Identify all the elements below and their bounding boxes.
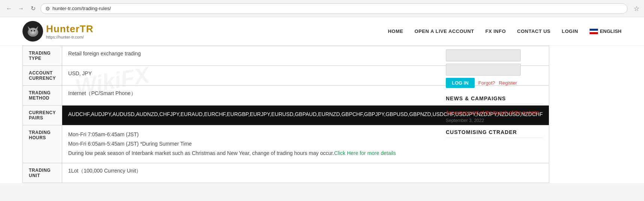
bookmark-star-icon[interactable]: ☆ [634, 4, 640, 13]
label-account-currency: ACCOUNTCURRENCY [23, 66, 62, 86]
register-link[interactable]: Register [499, 80, 517, 86]
nav-language[interactable]: ENGLISH [589, 28, 622, 34]
main-content: WikiFX TRADING TYPE Retail foreign excha… [0, 46, 644, 183]
news-section-title: NEWS & CAMPAIGNS [446, 95, 543, 104]
label-currency-pairs: CURRENCY PAIRS [23, 106, 62, 125]
nav-contact-us[interactable]: CONTACT US [517, 28, 550, 34]
nav-open-account[interactable]: OPEN A LIVE ACCOUNT [414, 28, 474, 34]
back-button[interactable]: ← [4, 4, 13, 13]
label-trading-hours: TRADING HOURS [23, 125, 62, 163]
browser-chrome: ← → ↻ ⚙ hunter-tr.com/trading-rules/ ☆ [0, 0, 644, 17]
logo-brand: HunterTR [46, 23, 93, 35]
login-actions: LOG IN Forgot? Register [446, 78, 543, 88]
logo-text: HunterTR https://hunter-tr.com/ [46, 23, 93, 39]
logo-url: https://hunter-tr.com/ [46, 35, 93, 39]
label-trading-method: TRADING METHOD [23, 86, 62, 106]
logo-icon [22, 21, 43, 42]
login-password-input[interactable] [446, 64, 521, 76]
url-text: hunter-tr.com/trading-rules/ [52, 6, 111, 11]
news-item-title[interactable]: Announcement of the launch of the websit… [446, 109, 543, 116]
url-bar[interactable]: ⚙ hunter-tr.com/trading-rules/ [40, 3, 628, 14]
customise-section-title: CUSTOMISING CTRADER [446, 129, 543, 138]
forgot-password-link[interactable]: Forgot? [478, 80, 495, 86]
click-here-link[interactable]: Click Here for more details [334, 150, 396, 156]
security-icon: ⚙ [45, 6, 50, 12]
news-item: Announcement of the launch of the websit… [446, 109, 543, 123]
nav-login[interactable]: LOGIN [562, 28, 578, 34]
nav-home[interactable]: HOME [388, 28, 403, 34]
forward-button[interactable]: → [16, 4, 25, 13]
content-left: TRADING TYPE Retail foreign exchange tra… [22, 46, 435, 183]
logo-brand-colored: Hunter [46, 23, 80, 34]
label-trading-type: TRADING TYPE [23, 46, 62, 66]
label-trading-unit: TRADING UNIT [23, 163, 62, 183]
sidebar: LOG IN Forgot? Register NEWS & CAMPAIGNS… [446, 46, 543, 183]
customise-section: CUSTOMISING CTRADER [446, 129, 543, 138]
site-nav: HOME OPEN A LIVE ACCOUNT FX INFO CONTACT… [388, 28, 622, 34]
svg-point-3 [29, 28, 37, 35]
logo-area[interactable]: HunterTR https://hunter-tr.com/ [22, 21, 93, 42]
flag-icon [589, 28, 598, 34]
site-header: HunterTR https://hunter-tr.com/ HOME OPE… [0, 17, 644, 46]
news-item-date: September 3, 2022 [446, 118, 543, 123]
svg-point-5 [34, 30, 35, 31]
svg-point-4 [31, 30, 32, 31]
login-area: LOG IN Forgot? Register [446, 49, 543, 88]
login-username-input[interactable] [446, 49, 521, 61]
logo-brand-plain: TR [80, 23, 94, 34]
login-button[interactable]: LOG IN [446, 78, 475, 88]
svg-point-6 [32, 32, 34, 33]
reload-button[interactable]: ↻ [28, 4, 37, 13]
news-section: NEWS & CAMPAIGNS Announcement of the lau… [446, 95, 543, 123]
language-label: ENGLISH [600, 28, 622, 34]
nav-fx-info[interactable]: FX INFO [485, 28, 506, 34]
